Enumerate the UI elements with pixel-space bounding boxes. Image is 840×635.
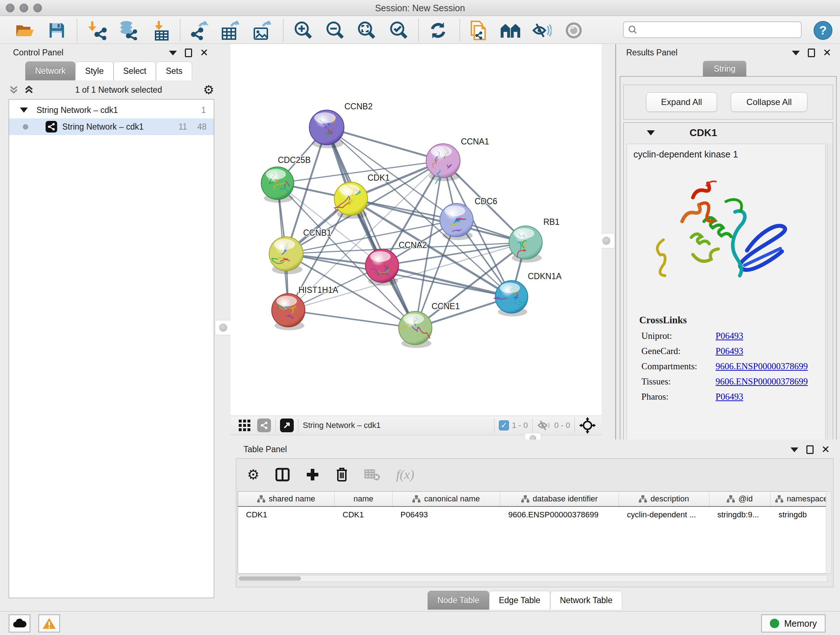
expand-all-button[interactable]: Expand All xyxy=(646,92,717,112)
warnings-button[interactable] xyxy=(38,614,60,632)
table-cell[interactable]: 9606.ENSP00000378699 xyxy=(500,510,619,519)
selected-checkbox-icon[interactable]: ✓ xyxy=(499,420,509,431)
column-header-shared-name[interactable]: shared name xyxy=(238,492,335,506)
protein-structure-image xyxy=(644,166,804,311)
table-panel-close-icon[interactable]: ✕ xyxy=(821,446,830,453)
column-header-database-identifier[interactable]: database identifier xyxy=(500,492,619,506)
table-cell[interactable]: CDK1 xyxy=(335,510,393,519)
table-cell[interactable]: stringdb xyxy=(771,510,827,519)
tab-style[interactable]: Style xyxy=(75,62,113,80)
table-panel-menu-icon[interactable] xyxy=(790,448,798,452)
column-header-canonical-name[interactable]: canonical name xyxy=(393,492,500,506)
export-image-button[interactable] xyxy=(251,20,272,41)
results-panel-float-icon[interactable] xyxy=(808,49,815,57)
delete-table-icon[interactable] xyxy=(364,469,380,481)
grid-view-button[interactable] xyxy=(238,419,251,432)
hide-selected-button[interactable] xyxy=(531,20,552,41)
control-panel-float-icon[interactable] xyxy=(185,49,192,57)
network-row-selected[interactable]: String Network – cdk1 11 48 xyxy=(9,119,214,135)
table-panel-float-icon[interactable] xyxy=(806,445,813,454)
crosslink-link[interactable]: P06493 xyxy=(715,346,743,356)
string-network-graph[interactable]: CCNB2CCNA1CDC25BCDK1CDC6RB1CCNB1CCNA2CDK… xyxy=(231,44,602,416)
birds-eye-view-icon[interactable] xyxy=(579,417,596,434)
open-session-button[interactable] xyxy=(14,20,35,41)
crosslink-link[interactable]: 9606.ENSP00000378699 xyxy=(715,377,808,386)
export-network-button[interactable] xyxy=(189,20,210,41)
node-CCNB2[interactable]: CCNB2 xyxy=(309,102,373,149)
column-header-name[interactable]: name xyxy=(335,492,393,506)
tab-network[interactable]: Network xyxy=(25,62,75,80)
left-splitter-handle[interactable] xyxy=(215,320,232,335)
tab-network-table[interactable]: Network Table xyxy=(550,591,622,610)
clone-network-button[interactable] xyxy=(468,20,489,41)
protein-card-collapse-icon[interactable] xyxy=(647,130,655,135)
results-scrollbar[interactable] xyxy=(827,144,832,443)
node-CCNE1[interactable]: CCNE1 xyxy=(399,302,460,348)
import-table-button[interactable] xyxy=(151,20,172,41)
node-label-CCNA1: CCNA1 xyxy=(461,137,489,146)
table-cell[interactable]: stringdb:9... xyxy=(709,510,771,519)
import-network-file-button[interactable] xyxy=(87,20,108,41)
crosslink-link[interactable]: 9606.ENSP00000378699 xyxy=(715,361,808,371)
network-list-view-button[interactable] xyxy=(257,418,271,432)
add-column-icon[interactable] xyxy=(306,468,319,481)
help-button[interactable]: ? xyxy=(813,20,834,41)
table-horizontal-scrollbar[interactable] xyxy=(238,575,827,582)
detach-view-button[interactable] xyxy=(280,418,294,432)
refresh-button[interactable] xyxy=(428,20,448,41)
show-columns-icon[interactable] xyxy=(275,467,290,482)
network-canvas[interactable]: CCNB2CCNA1CDC25BCDK1CDC6RB1CCNB1CCNA2CDK… xyxy=(231,44,602,416)
table-vertical-scrollbar[interactable] xyxy=(826,491,832,574)
node-CDK1[interactable]: CDK1 xyxy=(334,173,390,219)
column-header--id[interactable]: @id xyxy=(709,492,771,506)
collection-expand-icon[interactable] xyxy=(20,108,28,112)
network-options-gear-icon[interactable]: ⚙ xyxy=(203,84,214,96)
cloud-button[interactable] xyxy=(9,614,30,632)
show-all-button[interactable] xyxy=(563,20,584,41)
crosslink-link[interactable]: P06493 xyxy=(715,392,743,402)
table-options-gear-icon[interactable]: ⚙ xyxy=(247,468,259,481)
node-CDC25B[interactable]: CDC25B xyxy=(261,155,311,203)
search-box[interactable] xyxy=(623,21,802,38)
table-cell[interactable]: CDK1 xyxy=(238,510,335,519)
protein-card-header[interactable]: CDK1 xyxy=(624,123,833,143)
expand-all-icon[interactable] xyxy=(24,85,34,95)
delete-column-icon[interactable] xyxy=(335,467,348,482)
tab-select[interactable]: Select xyxy=(114,62,156,80)
table-cell[interactable]: cyclin-dependent ... xyxy=(619,510,709,519)
table-cell[interactable]: P06493 xyxy=(393,510,500,519)
export-table-button[interactable] xyxy=(219,20,240,41)
function-builder-button[interactable]: f(x) xyxy=(396,467,414,482)
results-panel-menu-icon[interactable] xyxy=(792,51,800,55)
zoom-out-button[interactable] xyxy=(325,20,346,41)
first-neighbors-button[interactable] xyxy=(500,20,521,41)
tab-sets[interactable]: Sets xyxy=(156,62,192,80)
table-row[interactable]: CDK1CDK1P064939606.ENSP00000378699cyclin… xyxy=(238,507,827,523)
protein-name: CDK1 xyxy=(690,127,717,139)
node-CCNA1[interactable]: CCNA1 xyxy=(426,137,489,184)
collapse-all-icon[interactable] xyxy=(9,85,19,95)
column-header-description[interactable]: description xyxy=(619,492,709,506)
tab-string[interactable]: String xyxy=(703,61,746,77)
zoom-fit-button[interactable] xyxy=(356,20,377,41)
memory-button[interactable]: Memory xyxy=(761,614,826,632)
node-CDKN1A[interactable]: CDKN1A xyxy=(494,272,562,317)
import-network-database-button[interactable] xyxy=(118,20,139,41)
zoom-selected-button[interactable] xyxy=(388,20,409,41)
save-session-button[interactable] xyxy=(46,20,67,41)
scrollbar-thumb[interactable] xyxy=(239,576,301,581)
node-RB1[interactable]: RB1 xyxy=(509,217,560,263)
node-HIST1H1A[interactable]: HIST1H1A xyxy=(272,285,339,330)
column-header-namespace[interactable]: namespace xyxy=(771,492,827,506)
control-panel-menu-icon[interactable] xyxy=(169,51,177,55)
table-panel-tabs: Node TableEdge TableNetwork Table xyxy=(428,591,622,610)
collapse-all-button[interactable]: Collapse All xyxy=(731,92,807,112)
tab-node-table[interactable]: Node Table xyxy=(428,591,489,610)
crosslink-link[interactable]: P06493 xyxy=(715,331,743,341)
network-collection-row[interactable]: String Network – cdk1 1 xyxy=(9,102,214,119)
results-panel-close-icon[interactable]: ✕ xyxy=(823,49,831,57)
search-input[interactable] xyxy=(638,25,801,35)
tab-edge-table[interactable]: Edge Table xyxy=(489,591,550,610)
control-panel-close-icon[interactable]: ✕ xyxy=(200,49,208,57)
zoom-in-button[interactable] xyxy=(293,20,314,41)
